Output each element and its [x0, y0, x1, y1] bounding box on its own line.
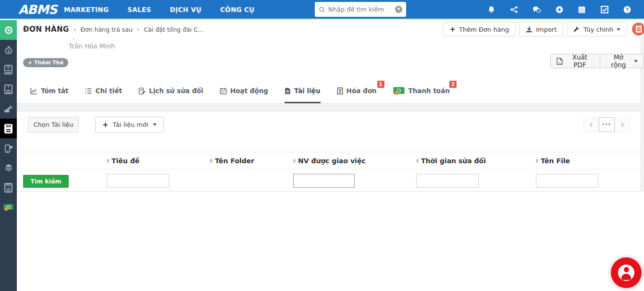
- prev-page-button[interactable]: [583, 117, 598, 132]
- breadcrumb-separator-icon: ›: [137, 25, 140, 33]
- record-actions: Xuất PDF Mở rộng: [550, 54, 644, 68]
- documents-panel: Chọn Tài liệu Tài liệu mới ••• Tiêu đề T…: [17, 111, 640, 291]
- export-pdf-button[interactable]: Xuất PDF: [550, 54, 600, 68]
- sidebar-item-sales-orders[interactable]: SO: [0, 119, 17, 138]
- calendar-icon: [220, 87, 227, 95]
- tab-thanh-toan[interactable]: Thanh toán 2: [393, 80, 450, 103]
- bell-icon[interactable]: [487, 6, 495, 14]
- chevron-down-icon: [153, 123, 157, 126]
- page-title: ĐƠN HÀNG: [23, 25, 69, 34]
- clipboard-icon: [636, 25, 642, 33]
- customize-button[interactable]: Tùy chỉnh: [567, 22, 627, 36]
- target-icon: [4, 26, 13, 35]
- tab-tai-lieu[interactable]: Tài liệu: [285, 80, 321, 103]
- notification-bubble[interactable]: [632, 23, 644, 36]
- next-page-button[interactable]: [615, 117, 631, 132]
- file-icon: [285, 87, 291, 95]
- service-hand-icon: [4, 105, 13, 113]
- expand-button[interactable]: Mở rộng: [600, 54, 644, 68]
- tab-hoa-don[interactable]: Hóa đơn 1: [337, 80, 377, 103]
- quote-doc-icon: Q: [4, 65, 12, 74]
- invoice-doc-icon: I: [4, 85, 12, 94]
- app-window: ABMS MARKETING SALES DỊCH VỤ CÔNG CỤ: [0, 0, 644, 291]
- more-pages-button[interactable]: •••: [599, 117, 615, 132]
- tab-lich-su-sua-doi[interactable]: Lịch sử sửa đổi: [138, 80, 203, 103]
- breadcrumb: ĐƠN HÀNG › Đơn hàng trả sau › Cài đặt tổ…: [23, 20, 204, 38]
- tab-hoat-dong[interactable]: Hoạt động: [220, 80, 268, 103]
- scrollbar-track[interactable]: [640, 20, 644, 192]
- wrench-icon: [573, 26, 580, 33]
- sort-icon: [293, 158, 296, 163]
- global-search: [315, 2, 406, 17]
- money-bag-icon: $: [5, 46, 12, 54]
- purchase-order-doc-icon: PO: [4, 183, 12, 193]
- column-header-nv-duoc-giao-viec[interactable]: NV được giao việc: [293, 152, 366, 169]
- chevron-left-icon: [589, 122, 592, 127]
- sidebar-item-quotes[interactable]: Q: [0, 60, 17, 79]
- sort-icon: [210, 158, 212, 163]
- tab-tom-tat[interactable]: Tóm tắt: [30, 80, 68, 103]
- table-filter-row: Tìm kiếm: [17, 170, 640, 192]
- check-square-icon[interactable]: [600, 6, 608, 14]
- invoice-icon: [337, 87, 343, 95]
- tab-chi-tiet[interactable]: Chi tiết: [85, 80, 122, 103]
- chevron-down-icon: [634, 60, 638, 62]
- new-document-button[interactable]: Tài liệu mới: [95, 117, 164, 133]
- header-icons: ?: [487, 0, 644, 19]
- breadcrumb-bar: ĐƠN HÀNG › Đơn hàng trả sau › Cài đặt tổ…: [17, 20, 640, 38]
- search-input[interactable]: [328, 6, 395, 13]
- filter-input-thoi-gian-sua-doi[interactable]: [416, 174, 479, 188]
- question-circle-icon[interactable]: ?: [623, 6, 631, 14]
- search-icon: [319, 6, 325, 13]
- phone-message-icon: [5, 144, 12, 153]
- tab-badge: 1: [377, 81, 384, 88]
- sidebar-item-purchase-orders[interactable]: PO: [0, 178, 17, 197]
- filter-input-tieu-de[interactable]: [107, 174, 169, 188]
- history-icon: [138, 87, 146, 95]
- nav-item-sales[interactable]: SALES: [127, 0, 151, 19]
- calendar-icon[interactable]: [578, 6, 586, 14]
- sidebar-item-money-bag[interactable]: $: [0, 40, 17, 60]
- breadcrumb-item-orders[interactable]: Đơn hàng trả sau: [80, 26, 132, 33]
- record-assignee: Trần Hòa Minh: [69, 42, 115, 50]
- sidebar-item-products[interactable]: [0, 158, 17, 178]
- sidebar-item-target[interactable]: [0, 20, 17, 40]
- add-tag-button[interactable]: Thêm Thẻ: [23, 58, 68, 67]
- select-document-button[interactable]: Chọn Tài liệu: [28, 117, 79, 133]
- table-header-row: Tiêu đề Tên Folder NV được giao việc Thờ…: [17, 152, 640, 170]
- chat-icon[interactable]: [533, 6, 541, 14]
- sidebar-item-service[interactable]: [0, 99, 17, 119]
- page-actions: Thêm Đơn hàng Import Tùy chỉnh: [443, 22, 627, 36]
- search-button[interactable]: Tìm kiếm: [23, 175, 69, 188]
- nav-item-cong-cu[interactable]: CÔNG CỤ: [220, 0, 254, 19]
- column-header-thoi-gian-sua-doi[interactable]: Thời gian sửa đổi: [416, 152, 486, 169]
- share-nodes-icon[interactable]: [510, 6, 518, 14]
- record-tabs: Tóm tắt Chi tiết Lịch sử sửa đổi Hoạt độ…: [17, 80, 640, 104]
- pagination: •••: [583, 117, 631, 132]
- pdf-file-icon: [557, 58, 563, 65]
- filter-input-nv-duoc-giao-viec[interactable]: [293, 174, 355, 188]
- plus-circle-icon[interactable]: [555, 6, 563, 14]
- app-logo[interactable]: ABMS: [18, 0, 57, 19]
- sidebar-item-phone-messages[interactable]: [0, 138, 17, 158]
- sales-order-doc-icon: SO: [4, 124, 12, 133]
- column-header-ten-folder[interactable]: Tên Folder: [210, 152, 254, 169]
- support-fab-button[interactable]: [611, 257, 642, 288]
- column-header-tieu-de[interactable]: Tiêu đề: [107, 152, 139, 169]
- breadcrumb-item-record[interactable]: Cài đặt tổng đài C...: [144, 26, 203, 33]
- package-icon: [4, 164, 13, 172]
- import-button[interactable]: Import: [519, 22, 563, 36]
- plus-icon: [449, 25, 456, 34]
- search-scope-chevron-icon[interactable]: [395, 6, 402, 13]
- sidebar-item-payments[interactable]: [0, 197, 17, 217]
- add-order-button[interactable]: Thêm Đơn hàng: [443, 22, 516, 36]
- section-divider: [17, 104, 640, 111]
- sort-icon: [107, 158, 109, 163]
- sidebar-item-invoices[interactable]: I: [0, 79, 17, 99]
- nav-item-dich-vu[interactable]: DỊCH VỤ: [170, 0, 202, 19]
- nav-item-marketing[interactable]: MARKETING: [64, 0, 109, 19]
- column-header-ten-file[interactable]: Tên File: [536, 152, 570, 169]
- breadcrumb-separator-icon: ›: [74, 25, 76, 33]
- filter-input-ten-file[interactable]: [536, 174, 598, 188]
- plus-icon: [102, 121, 109, 129]
